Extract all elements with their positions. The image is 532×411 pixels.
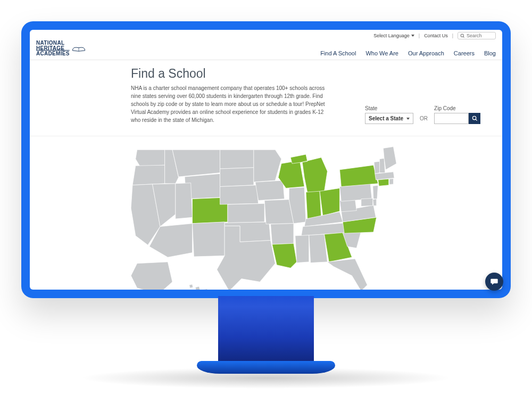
chevron-down-icon [411, 35, 414, 37]
state-alabama [309, 234, 328, 263]
state-label: State [365, 105, 413, 111]
state-delaware [373, 199, 377, 206]
svg-point-0 [461, 34, 463, 37]
state-kansas [228, 203, 264, 223]
chevron-down-icon [406, 118, 410, 120]
state-louisiana[interactable] [272, 243, 297, 268]
state-mississippi [295, 235, 309, 263]
main-content: Find a School NHA is a charter school ma… [30, 60, 502, 129]
state-connecticut[interactable] [378, 179, 389, 186]
state-new-jersey [373, 185, 378, 199]
state-north-dakota [220, 150, 253, 169]
state-nebraska [220, 185, 258, 204]
nav-careers[interactable]: Careers [454, 50, 475, 56]
page-title: Find a School [131, 67, 333, 81]
state-maine [383, 147, 396, 170]
state-alaska [131, 262, 172, 290]
state-washington [136, 150, 165, 167]
header: NATIONAL HERITAGE ACADEMIES Find A Schoo… [30, 39, 502, 60]
divider: | [419, 33, 420, 38]
nav-find-school[interactable]: Find A School [320, 50, 356, 56]
screen: Select Language | Contact Us | NATIONAL … [30, 30, 502, 290]
logo[interactable]: NATIONAL HERITAGE ACADEMIES [36, 40, 86, 56]
search-icon [472, 116, 478, 121]
state-montana [172, 150, 220, 177]
contact-us-link[interactable]: Contact Us [424, 33, 448, 38]
state-oregon [132, 165, 165, 185]
us-map[interactable] [117, 141, 415, 290]
search-icon [460, 34, 465, 38]
state-indiana[interactable] [306, 191, 321, 219]
state-new-mexico [193, 222, 225, 257]
state-arkansas [271, 224, 294, 244]
monitor-frame: Select Language | Contact Us | NATIONAL … [21, 21, 511, 298]
logo-line3: ACADEMIES [36, 51, 70, 56]
monitor-stand-neck [218, 296, 314, 365]
nav-who-we-are[interactable]: Who We Are [365, 50, 398, 56]
language-selector[interactable]: Select Language [373, 33, 414, 38]
language-selector-label: Select Language [373, 33, 410, 38]
state-maryland [361, 198, 373, 206]
state-missouri [264, 200, 294, 224]
state-rhode-island [389, 179, 394, 185]
monitor-stand-base [197, 361, 335, 374]
state-select[interactable]: Select a State [365, 113, 413, 124]
state-ohio[interactable] [320, 188, 340, 216]
chat-widget[interactable] [485, 273, 502, 290]
state-hawaii [189, 284, 209, 290]
hero-description: NHA is a charter school management compa… [131, 84, 333, 124]
state-iowa [255, 180, 285, 201]
global-search[interactable] [458, 32, 496, 39]
state-minnesota [254, 150, 281, 182]
svg-point-2 [472, 116, 476, 119]
nav-our-approach[interactable]: Our Approach [408, 50, 444, 56]
state-new-york[interactable] [339, 165, 378, 186]
zip-label: Zip Code [434, 105, 480, 111]
book-icon [72, 45, 86, 52]
map-container [30, 136, 502, 290]
svg-line-3 [475, 119, 477, 121]
chat-icon [490, 277, 498, 286]
state-south-dakota [220, 168, 253, 187]
zip-search-button[interactable] [469, 113, 480, 124]
hero-row: Find a School NHA is a charter school ma… [131, 67, 489, 124]
nav-blog[interactable]: Blog [484, 50, 496, 56]
state-select-value: Select a State [369, 116, 403, 121]
search-input[interactable] [467, 33, 493, 38]
svg-line-1 [463, 36, 464, 37]
state-utah [176, 183, 193, 219]
state-florida [327, 259, 367, 290]
state-vermont [374, 161, 379, 174]
or-label: OR [420, 116, 428, 124]
state-new-hampshire [379, 158, 385, 172]
filter-row: State Select a State OR Zip Code [365, 67, 480, 124]
zip-input[interactable] [434, 113, 469, 124]
divider: | [452, 33, 453, 38]
utility-bar: Select Language | Contact Us | [30, 30, 502, 39]
main-nav: Find A School Who We Are Our Approach Ca… [320, 50, 496, 56]
